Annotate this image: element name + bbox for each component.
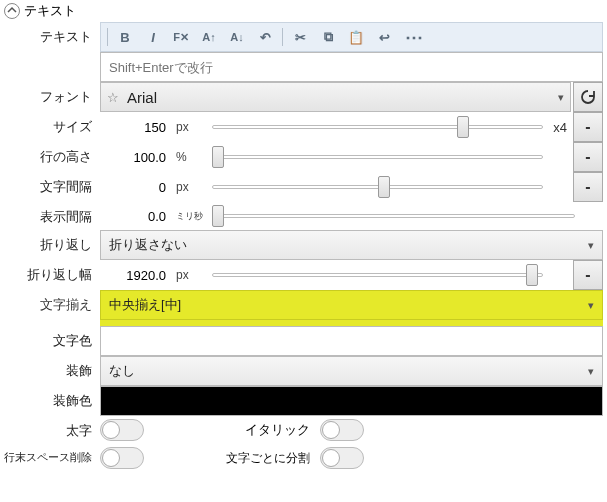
clear-format-button[interactable]: F✕: [170, 26, 192, 48]
label-decorationcolor: 装飾色: [0, 386, 100, 416]
align-value: 中央揃え[中]: [109, 296, 588, 314]
label-bold: 太字: [0, 416, 100, 444]
bold-toggle[interactable]: [100, 419, 144, 441]
font-value: Arial: [127, 89, 558, 106]
chevron-down-icon: ▾: [588, 239, 594, 252]
label-lineheight: 行の高さ: [0, 142, 100, 172]
label-displayspacing: 表示間隔: [0, 202, 100, 230]
lineheight-minus-button[interactable]: -: [573, 142, 603, 172]
text-toolbar: B I F✕ A↑ A↓ ↶ ✂ ⧉ 📋 ↩ ⋯: [100, 22, 603, 52]
wrap-select[interactable]: 折り返さない ▾: [100, 230, 603, 260]
font-larger-button[interactable]: A↑: [198, 26, 220, 48]
wrapwidth-minus-button[interactable]: -: [573, 260, 603, 290]
wrapwidth-slider[interactable]: [212, 263, 543, 287]
decorationcolor-well[interactable]: [100, 386, 603, 416]
label-wrapwidth: 折り返し幅: [0, 260, 100, 290]
chevron-down-icon: ▾: [558, 91, 564, 104]
label-font: フォント: [0, 82, 100, 112]
letterspacing-minus-button[interactable]: -: [573, 172, 603, 202]
chevron-down-icon: ▾: [588, 299, 594, 312]
size-unit: px: [176, 120, 206, 134]
textcolor-well[interactable]: [100, 326, 603, 356]
copy-button[interactable]: ⧉: [317, 26, 339, 48]
label-size: サイズ: [0, 112, 100, 142]
font-refresh-button[interactable]: [573, 82, 603, 112]
letterspacing-unit: px: [176, 180, 206, 194]
label-italic: イタリック: [184, 421, 314, 439]
label-trimtrailing: 行末スペース削除: [0, 444, 100, 472]
italic-toggle[interactable]: [320, 419, 364, 441]
align-select[interactable]: 中央揃え[中] ▾: [100, 290, 603, 320]
chevron-down-icon: ▾: [588, 365, 594, 378]
label-wrap: 折り返し: [0, 230, 100, 260]
letterspacing-slider[interactable]: [212, 175, 543, 199]
label-text: テキスト: [0, 22, 100, 52]
wrap-value: 折り返さない: [109, 236, 588, 254]
size-slider[interactable]: [212, 115, 543, 139]
displayspacing-unit: ミリ秒: [176, 210, 206, 223]
letterspacing-value[interactable]: 0: [100, 180, 170, 195]
paste-button[interactable]: 📋: [345, 26, 367, 48]
size-minus-button[interactable]: -: [573, 112, 603, 142]
size-value[interactable]: 150: [100, 120, 170, 135]
bold-button[interactable]: B: [114, 26, 136, 48]
font-smaller-button[interactable]: A↓: [226, 26, 248, 48]
more-button[interactable]: ⋯: [401, 26, 423, 48]
label-splitperchar: 文字ごとに分割: [184, 450, 314, 467]
displayspacing-value[interactable]: 0.0: [100, 209, 170, 224]
italic-button[interactable]: I: [142, 26, 164, 48]
undo-button[interactable]: ↩: [373, 26, 395, 48]
decoration-value: なし: [109, 362, 588, 380]
lineheight-unit: %: [176, 150, 206, 164]
collapse-toggle[interactable]: [4, 3, 20, 19]
revert-button[interactable]: ↶: [254, 26, 276, 48]
font-select[interactable]: ☆ Arial ▾: [100, 82, 571, 112]
label-decoration: 装飾: [0, 356, 100, 386]
lineheight-value[interactable]: 100.0: [100, 150, 170, 165]
displayspacing-slider[interactable]: [212, 204, 575, 228]
star-icon[interactable]: ☆: [107, 90, 119, 105]
cut-button[interactable]: ✂: [289, 26, 311, 48]
wrapwidth-value[interactable]: 1920.0: [100, 268, 170, 283]
section-title: テキスト: [24, 2, 76, 20]
size-suffix: x4: [549, 120, 571, 135]
text-input[interactable]: [100, 52, 603, 82]
decoration-select[interactable]: なし ▾: [100, 356, 603, 386]
wrapwidth-unit: px: [176, 268, 206, 282]
splitperchar-toggle[interactable]: [320, 447, 364, 469]
trimtrailing-toggle[interactable]: [100, 447, 144, 469]
label-align: 文字揃え: [0, 290, 100, 320]
label-textcolor: 文字色: [0, 326, 100, 356]
label-letterspacing: 文字間隔: [0, 172, 100, 202]
lineheight-slider[interactable]: [212, 145, 543, 169]
